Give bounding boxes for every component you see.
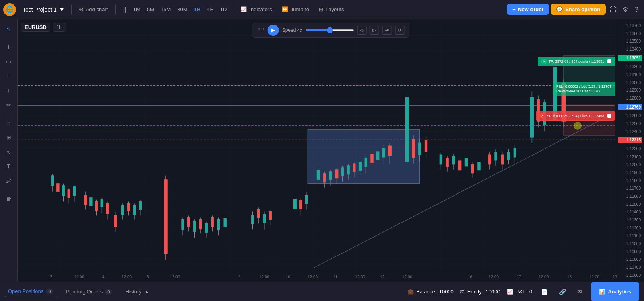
timeframe-label[interactable]: 1H — [53, 23, 66, 32]
svg-rect-79 — [347, 166, 349, 174]
new-order-button[interactable]: + New order — [507, 4, 549, 15]
layouts-button[interactable]: ⊞ Layouts — [315, 5, 348, 14]
balance-label: Balance: — [416, 289, 437, 295]
sidebar-divider-3 — [4, 190, 14, 190]
svg-rect-115 — [478, 162, 480, 170]
price-26: 1.10900 — [618, 250, 642, 254]
tf-1m[interactable]: 1M — [130, 5, 143, 14]
tf-1h[interactable]: 1H — [191, 5, 204, 14]
open-positions-count: 0 — [46, 289, 53, 294]
drag-handle[interactable]: ⠿⠿ — [257, 27, 264, 33]
svg-rect-105 — [446, 158, 448, 167]
chart-icon: 📈 — [507, 289, 513, 295]
price-29: 1.10600 — [618, 273, 642, 278]
price-13: 1.12200 — [618, 147, 642, 151]
tf-30m[interactable]: 30M — [174, 5, 190, 14]
tp-close-icon[interactable]: × — [541, 59, 547, 64]
patterns-tool[interactable]: ⊞ — [2, 131, 15, 144]
chart-container: EURUSD 1H ⠿⠿ ▶ Speed 4x ◁ ▷ ⇥ ↺ — [18, 19, 644, 282]
pnl-box: P&L: 0.00002 / Lot: 3.29 / 1.12767 Rewar… — [553, 82, 615, 96]
price-27: 1.10800 — [618, 257, 642, 262]
add-chart-button[interactable]: ⊕ Add chart — [75, 5, 112, 14]
cursor-highlight — [574, 122, 582, 130]
svg-rect-63 — [293, 199, 296, 209]
svg-rect-25 — [106, 204, 109, 214]
text-tool[interactable]: T — [2, 160, 15, 173]
bars-icon-button[interactable]: ||| — [119, 4, 128, 16]
indicators-button[interactable]: 📈 Indicators — [236, 5, 276, 14]
symbol-label[interactable]: EURUSD — [21, 23, 50, 32]
history-tab[interactable]: History ▲ — [122, 286, 152, 297]
brush-tool[interactable]: 🖊 — [2, 174, 15, 187]
skip-bar-button[interactable]: ⇥ — [382, 26, 392, 35]
time-label: 12:00 — [539, 275, 549, 279]
svg-rect-29 — [122, 206, 124, 215]
measure-tool[interactable]: ⊢ — [2, 70, 15, 82]
svg-rect-107 — [452, 156, 455, 164]
sl-drag-icon[interactable] — [607, 114, 611, 118]
share-status-button[interactable]: 🔗 — [557, 286, 568, 297]
sidebar-divider-1 — [4, 38, 14, 38]
svg-rect-37 — [164, 180, 167, 254]
open-positions-tab[interactable]: Open Positions 0 — [5, 286, 56, 297]
tp-drag-icon[interactable] — [607, 59, 611, 63]
svg-rect-67 — [305, 195, 308, 204]
settings-button[interactable]: ⚙ — [620, 3, 631, 16]
pnl-label: P&L: 0.00002 / Lot: 3.29 / 1.12767 — [556, 84, 611, 88]
price-axis: 1.13700 1.13600 1.13500 1.13400 1.13051 … — [616, 19, 644, 282]
share-opinion-button[interactable]: 💬 Share opinion — [551, 4, 606, 15]
reset-button[interactable]: ↺ — [395, 26, 405, 35]
play-button[interactable]: ▶ — [268, 25, 279, 36]
cursor-tool[interactable]: ↖ — [2, 23, 15, 35]
sl-box[interactable]: × SL: $1000.39 / 304 points / 1.12463 — [536, 111, 615, 121]
pending-orders-tab[interactable]: Pending Orders 0 — [63, 286, 116, 297]
analytics-button[interactable]: 📊 Analytics — [591, 282, 639, 301]
crosshair-tool[interactable]: ✛ — [2, 41, 15, 53]
price-14: 1.12100 — [618, 155, 642, 159]
svg-rect-65 — [299, 201, 302, 209]
chart-type-tool[interactable]: ≡ — [2, 117, 15, 129]
next-bar-button[interactable]: ▷ — [369, 26, 379, 35]
price-16: 1.11900 — [618, 170, 642, 175]
fullscreen-button[interactable]: ⛶ — [607, 4, 619, 16]
export-button[interactable]: 📄 — [539, 286, 550, 297]
svg-rect-19 — [90, 198, 92, 206]
time-label: 12:00 — [74, 275, 84, 279]
tf-1d[interactable]: 1D — [217, 5, 230, 14]
sl-close-icon[interactable]: × — [539, 113, 545, 119]
svg-rect-41 — [188, 217, 190, 226]
message-button[interactable]: ✉ — [575, 286, 584, 297]
svg-rect-127 — [530, 97, 533, 137]
tf-5m[interactable]: 5M — [144, 5, 157, 14]
svg-rect-111 — [465, 158, 467, 166]
svg-rect-47 — [205, 223, 208, 232]
tf-15m[interactable]: 15M — [158, 5, 173, 14]
time-label: 12:00 — [170, 275, 180, 279]
tp-box[interactable]: × TP: $972.69 / 284 points / 1.13051 — [538, 57, 615, 66]
speed-label: Speed 4x — [282, 27, 303, 33]
project-selector[interactable]: Test Project 1 ▼ — [19, 5, 68, 14]
speed-slider[interactable] — [305, 29, 354, 31]
fibonacci-tool[interactable]: ∿ — [2, 145, 15, 158]
sl-label: SL: $1000.39 / 304 points / 1.12463 — [547, 114, 604, 118]
arrow-tool[interactable]: ↑ — [2, 84, 15, 97]
svg-rect-9 — [57, 184, 59, 192]
price-sl: 1.12215 — [618, 137, 642, 143]
draw-tool[interactable]: ✏ — [2, 98, 15, 111]
analytics-icon: 📊 — [599, 289, 605, 295]
help-button[interactable]: ? — [632, 4, 641, 16]
svg-rect-51 — [217, 219, 219, 229]
svg-rect-43 — [193, 221, 196, 231]
rectangle-tool[interactable]: ▭ — [2, 55, 15, 68]
prev-bar-button[interactable]: ◁ — [357, 26, 366, 35]
svg-rect-31 — [127, 204, 130, 211]
tf-4h[interactable]: 4H — [204, 5, 217, 14]
svg-rect-39 — [182, 219, 184, 229]
jump-to-button[interactable]: ⏩ Jump to — [278, 5, 313, 14]
delete-tool[interactable]: 🗑 — [2, 192, 15, 205]
svg-rect-103 — [440, 155, 442, 164]
svg-rect-15 — [73, 187, 76, 196]
time-label: 17 — [517, 275, 521, 279]
svg-rect-23 — [101, 200, 103, 207]
analytics-label: Analytics — [608, 289, 631, 295]
